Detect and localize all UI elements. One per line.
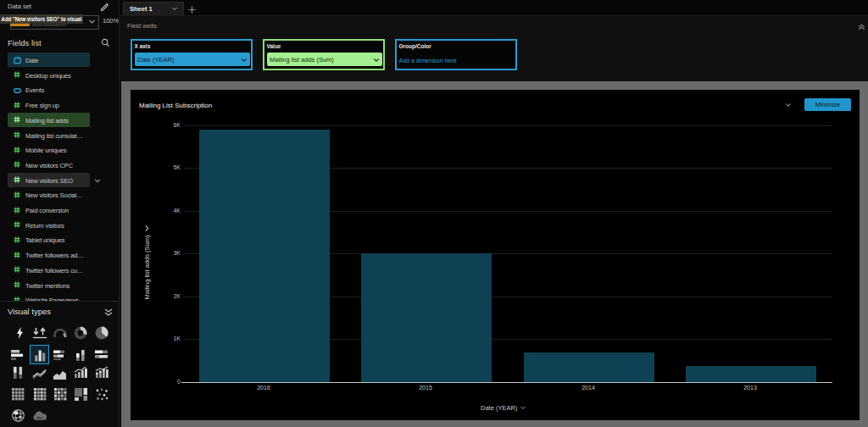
svg-text:abc: abc [36, 415, 43, 420]
